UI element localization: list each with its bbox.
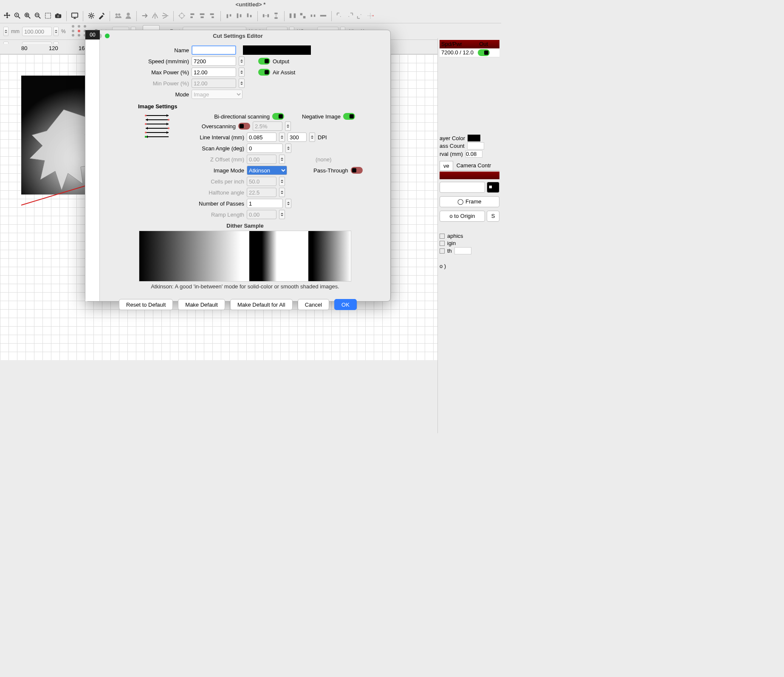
svg-point-27 xyxy=(361,14,361,15)
origin-checkbox[interactable] xyxy=(440,241,445,246)
align-right-icon[interactable] xyxy=(209,12,216,21)
monitor-icon[interactable] xyxy=(71,12,79,21)
tools-icon[interactable] xyxy=(98,12,105,21)
corner-tl-icon[interactable] xyxy=(336,12,344,21)
reset-default-button[interactable]: Reset to Default xyxy=(119,299,173,310)
spacing-icon-2[interactable] xyxy=(299,12,307,21)
x-stepper[interactable] xyxy=(3,27,8,36)
align-left-icon[interactable] xyxy=(188,12,196,21)
maxpower-input[interactable] xyxy=(192,68,236,77)
pass-count-input[interactable] xyxy=(467,142,484,150)
zoffset-label: Z Offset (mm) xyxy=(172,156,244,163)
bidir-toggle[interactable] xyxy=(272,113,284,120)
corner-bl-icon[interactable] xyxy=(356,12,364,21)
dist-v-icon[interactable] xyxy=(272,12,280,21)
spacing-icon-4[interactable] xyxy=(319,12,327,21)
svg-rect-17 xyxy=(274,17,277,19)
make-default-all-button[interactable]: Make Default for All xyxy=(230,299,293,310)
th-checkbox[interactable] xyxy=(440,248,445,254)
mirror-h-icon[interactable] xyxy=(151,12,159,21)
camera-icon[interactable] xyxy=(54,12,62,21)
maxpower-stepper[interactable] xyxy=(239,68,245,77)
layer-tabstrip: 00 xyxy=(85,30,100,301)
tab-move[interactable]: ve xyxy=(440,161,453,170)
dpi-input[interactable] xyxy=(288,133,307,142)
overscan-toggle[interactable] xyxy=(238,123,250,130)
cells-input xyxy=(247,177,276,186)
passthrough-toggle[interactable] xyxy=(351,167,363,174)
passthrough-label: Pass-Through xyxy=(313,167,348,174)
unit-label-1: mm xyxy=(11,28,20,34)
dialog-title: Cut Settings Editor xyxy=(85,30,390,42)
svg-rect-4 xyxy=(45,13,51,18)
svg-point-37 xyxy=(168,119,169,121)
group-icon[interactable] xyxy=(114,12,122,21)
mode-select[interactable]: Image xyxy=(192,90,243,99)
cut-row-0[interactable]: 7200.0 / 12.0 xyxy=(440,48,499,57)
align-middle-icon[interactable] xyxy=(235,12,243,21)
frame-button[interactable]: ◯ Frame xyxy=(440,196,499,207)
w-stepper[interactable] xyxy=(54,27,59,36)
speed-input[interactable] xyxy=(192,56,236,66)
cut-output-toggle[interactable] xyxy=(478,49,490,56)
cells-label: Cells per inch xyxy=(172,178,244,185)
svg-point-13 xyxy=(180,13,184,18)
zoom-target-icon[interactable] xyxy=(14,12,21,21)
pass-count-label: ass Count xyxy=(440,143,465,149)
maximize-icon[interactable] xyxy=(105,34,110,38)
x-input[interactable] xyxy=(22,27,52,36)
mirror-v-icon[interactable] xyxy=(161,12,169,21)
spacing-icon-3[interactable] xyxy=(309,12,317,21)
line-stepper[interactable] xyxy=(279,133,285,142)
passes-stepper[interactable] xyxy=(285,199,291,208)
go-origin-button[interactable]: o to Origin xyxy=(440,211,485,222)
align-top-icon[interactable] xyxy=(225,12,233,21)
zoom-in-icon[interactable] xyxy=(24,12,31,21)
interval-input[interactable] xyxy=(465,150,482,158)
cuts-header: Spd/PwrOut xyxy=(440,40,499,48)
zoom-out-icon[interactable] xyxy=(34,12,42,21)
cancel-button[interactable]: Cancel xyxy=(298,299,329,310)
line-interval-input[interactable] xyxy=(247,133,276,142)
dpi-stepper[interactable] xyxy=(309,133,315,142)
angle-stepper[interactable] xyxy=(285,144,291,153)
crosshair-icon[interactable] xyxy=(367,12,374,21)
negative-label: Negative Image xyxy=(302,113,341,120)
image-settings-heading: Image Settings xyxy=(138,103,382,110)
s-button-1[interactable]: ■ S xyxy=(487,182,499,193)
passes-input[interactable] xyxy=(247,199,283,208)
move-icon[interactable] xyxy=(3,12,11,21)
th-input[interactable] xyxy=(454,247,471,254)
scan-angle-input[interactable] xyxy=(247,144,283,153)
dist-h-icon[interactable] xyxy=(262,12,270,21)
ok-button[interactable]: OK xyxy=(334,299,357,310)
svg-rect-16 xyxy=(274,12,277,14)
align-bottom-icon[interactable] xyxy=(245,12,253,21)
air-toggle[interactable] xyxy=(258,69,270,76)
negative-toggle[interactable] xyxy=(343,113,355,120)
graphics-checkbox[interactable] xyxy=(440,234,445,239)
minpower-stepper xyxy=(239,79,245,88)
layer-tab-00[interactable]: 00 xyxy=(85,30,100,39)
svg-point-40 xyxy=(145,132,147,133)
output-toggle[interactable] xyxy=(258,58,270,65)
name-input[interactable] xyxy=(192,45,236,55)
svg-point-9 xyxy=(90,14,92,17)
align-center-icon[interactable] xyxy=(198,12,206,21)
arrow-right-icon[interactable] xyxy=(141,12,149,21)
tab-camera[interactable]: Camera Contr xyxy=(453,161,495,170)
image-mode-select[interactable]: Atkinson xyxy=(247,166,287,175)
color-swatch[interactable] xyxy=(243,45,311,55)
last-label: o ) xyxy=(440,263,499,269)
corner-tr-icon[interactable] xyxy=(346,12,354,21)
spacing-icon-1[interactable] xyxy=(289,12,296,21)
marquee-icon[interactable] xyxy=(44,12,52,21)
speed-stepper[interactable] xyxy=(239,56,245,66)
align-target-icon[interactable] xyxy=(178,12,186,21)
dither-preview xyxy=(139,231,351,282)
blank-button-1[interactable] xyxy=(440,182,485,193)
user-icon[interactable] xyxy=(124,12,132,21)
make-default-button[interactable]: Make Default xyxy=(178,299,225,310)
s-button-2[interactable]: S xyxy=(487,211,499,222)
gear-icon[interactable] xyxy=(87,12,95,21)
